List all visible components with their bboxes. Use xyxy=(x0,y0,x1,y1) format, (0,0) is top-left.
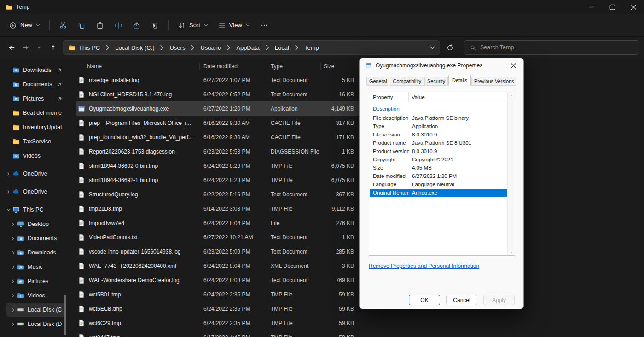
property-row[interactable]: Original filename Anhgg.exe xyxy=(370,189,507,197)
apply-button[interactable]: Apply xyxy=(483,295,515,305)
sort-button[interactable]: Sort xyxy=(174,18,213,33)
search-box[interactable] xyxy=(464,40,639,55)
file-row[interactable]: prep_foundation_win32_bundle_V8_perf... … xyxy=(76,130,360,144)
breadcrumb-item[interactable]: This PC xyxy=(75,42,103,53)
sidebar-item[interactable]: Desktop xyxy=(6,217,65,231)
sidebar-scrollbar[interactable] xyxy=(64,295,66,335)
column-header-size[interactable]: Size xyxy=(321,63,360,70)
refresh-button[interactable] xyxy=(443,41,457,54)
property-row[interactable]: Language Language Neutral xyxy=(370,180,507,189)
chevron-right-icon[interactable] xyxy=(9,308,17,312)
file-row[interactable]: tmpoo8ww7e4 6/24/2022 8:04 PM File 276 K… xyxy=(76,216,360,230)
sidebar-item[interactable]: Documents xyxy=(2,77,65,91)
new-button[interactable]: New xyxy=(5,18,45,33)
chevron-down-icon[interactable] xyxy=(5,208,12,212)
column-header-type[interactable]: Type xyxy=(267,63,321,70)
file-row[interactable]: StructuredQuery.log 6/22/2022 5:16 PM Te… xyxy=(76,187,360,201)
property-row[interactable]: Date modified 6/27/2022 1:20 PM xyxy=(370,172,507,180)
property-row[interactable]: File description Java Platform SE binary xyxy=(370,114,507,122)
chevron-right-icon[interactable] xyxy=(9,222,17,226)
file-row[interactable]: vscode-inno-updater-1656014938.log 6/23/… xyxy=(76,244,360,259)
breadcrumb-item[interactable]: Local xyxy=(272,42,292,53)
address-bar[interactable]: This PC Local Disk (C:) Users Usuario xyxy=(63,40,440,55)
dialog-tab[interactable]: Compatibility xyxy=(390,77,424,86)
view-button[interactable]: View xyxy=(214,18,255,33)
chevron-right-icon[interactable] xyxy=(5,190,12,194)
share-button[interactable] xyxy=(128,18,145,33)
minimize-button[interactable] xyxy=(580,0,602,14)
rename-button[interactable] xyxy=(110,18,127,33)
property-row[interactable]: Product name Java Platform SE 8 U301 xyxy=(370,139,507,147)
sidebar-item[interactable]: Videos xyxy=(6,289,65,302)
column-header-date-modified[interactable]: Date modified xyxy=(200,63,267,70)
back-button[interactable] xyxy=(5,41,18,54)
chevron-right-icon[interactable] xyxy=(9,251,17,255)
breadcrumb-item[interactable]: Temp xyxy=(301,42,322,53)
paste-button[interactable] xyxy=(91,18,109,33)
delete-button[interactable] xyxy=(146,18,164,33)
sidebar-item[interactable]: OneDrive xyxy=(2,167,65,181)
maximize-button[interactable] xyxy=(602,0,623,14)
sidebar-item[interactable]: Local Disk (D:) xyxy=(6,317,65,331)
close-button[interactable] xyxy=(623,0,644,14)
remove-properties-link[interactable]: Remove Properties and Personal Informati… xyxy=(369,263,479,269)
chevron-right-icon[interactable] xyxy=(9,294,17,298)
scroll-up-icon[interactable]: ▲ xyxy=(510,94,513,97)
file-row[interactable]: shmf18944-36692-0.bin.tmp 6/24/2022 8:23… xyxy=(76,159,360,173)
address-dropdown-button[interactable] xyxy=(429,44,436,51)
breadcrumb-item[interactable]: Users xyxy=(166,42,188,53)
chevron-right-icon[interactable] xyxy=(9,265,17,269)
sidebar-item[interactable]: Pictures xyxy=(6,274,65,288)
column-header-name[interactable]: Name xyxy=(76,63,200,70)
sidebar-item[interactable]: Videos xyxy=(2,149,65,163)
chevron-right-icon[interactable] xyxy=(5,172,12,176)
sidebar-item[interactable]: This PC xyxy=(2,203,65,217)
cancel-button[interactable]: Cancel xyxy=(446,295,477,305)
file-row[interactable]: wct5ECB.tmp 6/24/2022 2:35 PM TMP File 5… xyxy=(76,302,360,316)
file-row[interactable]: Oyugmacbmogxsllveuanhqg.exe 6/27/2022 1:… xyxy=(76,101,360,116)
sidebar-item[interactable]: Beat del mome xyxy=(2,106,65,120)
sidebar-item[interactable]: Downloads xyxy=(2,63,65,77)
file-row[interactable]: wct6C29.tmp 6/24/2022 2:35 PM TMP File 5… xyxy=(76,316,360,330)
property-row[interactable]: Product version 8.0.3010.9 xyxy=(370,147,507,155)
recent-locations-button[interactable] xyxy=(32,41,46,54)
file-row[interactable]: shmf18944-36692-1.bin.tmp 6/24/2022 8:23… xyxy=(76,173,360,187)
file-row[interactable]: Report20220623-1753.diagsession 6/23/202… xyxy=(76,144,360,159)
breadcrumb-item[interactable]: AppData xyxy=(233,42,263,53)
chevron-right-icon[interactable] xyxy=(9,236,17,241)
file-row[interactable]: WAE_7743_T20220624200400.xml 6/24/2022 8… xyxy=(76,259,360,273)
property-row[interactable]: Copyright Copyright © 2021 xyxy=(370,155,507,164)
file-row[interactable]: NGLClient_HDESD15.3.1.470.log 6/24/2022 … xyxy=(76,87,360,101)
copy-button[interactable] xyxy=(73,18,90,33)
more-options-button[interactable] xyxy=(255,18,273,33)
sidebar-item[interactable]: Pictures xyxy=(2,92,65,106)
dialog-tab[interactable]: Security xyxy=(424,77,448,86)
cut-button[interactable] xyxy=(54,18,72,33)
file-row[interactable]: prep__Program Files_Microsoft Office_r..… xyxy=(76,116,360,130)
breadcrumb-item[interactable]: Usuario xyxy=(197,42,224,53)
file-row[interactable]: wct9447.tmp 6/17/2022 4:45 PM TMP File 5… xyxy=(76,330,360,337)
sidebar-item[interactable]: InventoryUpdat xyxy=(2,120,65,134)
property-row[interactable]: Size 4.05 MB xyxy=(370,164,507,172)
sidebar-item[interactable]: TaxService xyxy=(2,135,65,148)
dialog-close-button[interactable] xyxy=(503,58,523,73)
up-button[interactable] xyxy=(46,41,60,54)
chevron-right-icon[interactable] xyxy=(9,322,17,326)
file-row[interactable]: VideoPadCounts.txt 6/27/2022 10:21 AM Te… xyxy=(76,230,360,244)
sidebar-item[interactable]: Local Disk (C:) xyxy=(6,303,65,317)
chevron-right-icon[interactable] xyxy=(9,279,17,284)
scroll-down-icon[interactable]: ▼ xyxy=(510,251,513,254)
forward-button[interactable] xyxy=(18,41,32,54)
dialog-tab[interactable]: Details xyxy=(448,75,471,86)
ok-button[interactable]: OK xyxy=(409,295,440,305)
sidebar-item[interactable]: Music xyxy=(6,260,65,274)
dialog-scrollbar[interactable]: ▲▼ xyxy=(507,92,515,255)
sidebar-item[interactable]: Downloads xyxy=(6,246,65,260)
breadcrumb-item[interactable]: Local Disk (C:) xyxy=(112,42,157,53)
dialog-tab[interactable]: Previous Versions xyxy=(471,77,516,86)
sidebar-item[interactable]: Documents xyxy=(6,231,65,245)
file-row[interactable]: msedge_installer.log 6/27/2022 1:07 PM T… xyxy=(76,73,360,87)
file-row[interactable]: tmp21D8.tmp 6/14/2022 3:03 PM TMP File 9… xyxy=(76,201,360,216)
property-row[interactable]: Type Application xyxy=(370,122,507,130)
search-input[interactable] xyxy=(480,44,633,51)
